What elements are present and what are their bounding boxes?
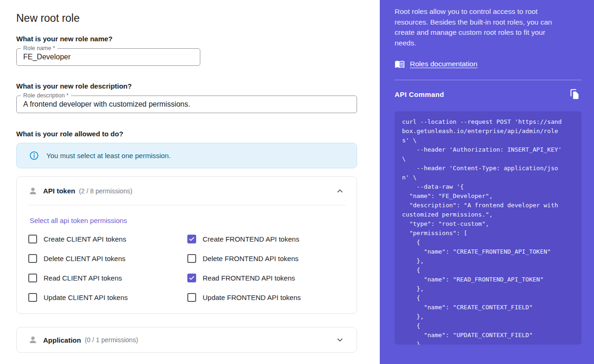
checkbox[interactable] <box>187 293 196 302</box>
root-roles-description: Root roles allow you to control access t… <box>395 6 575 48</box>
checkbox[interactable] <box>28 235 37 243</box>
accordion-permission-count: (0 / 1 permissions) <box>85 336 138 344</box>
accordion-title: Application <box>43 336 81 344</box>
permission-label: Create CLIENT API tokens <box>44 235 126 243</box>
api-token-accordion-header[interactable]: API token (2 / 8 permissions) <box>17 177 357 205</box>
checkbox[interactable] <box>187 254 196 263</box>
application-accordion: Application (0 / 1 permissions) <box>16 327 357 353</box>
chevron-down-icon[interactable] <box>334 334 345 345</box>
permission-label: Read FRONTEND API tokens <box>203 274 295 282</box>
copy-icon <box>568 88 581 100</box>
sidebar-divider <box>395 80 581 80</box>
role-name-field-label: Role name * <box>21 45 57 52</box>
permission-label: Create FRONTEND API tokens <box>203 235 299 243</box>
api-command-header: API Command <box>395 87 581 101</box>
checkbox[interactable] <box>187 274 196 282</box>
role-description-field-label: Role description * <box>21 92 71 100</box>
person-icon <box>28 186 38 196</box>
permission-row[interactable]: Update CLIENT API tokens <box>28 293 187 302</box>
alert-text: You must select at least one permission. <box>46 152 171 160</box>
accordion-permission-count: (2 / 8 permissions) <box>79 187 132 195</box>
roles-documentation-link[interactable]: Roles documentation <box>410 60 478 68</box>
role-description-field: Role description * <box>16 96 357 113</box>
person-icon <box>28 335 38 345</box>
info-sidebar: Root roles allow you to control access t… <box>380 0 594 364</box>
role-name-field: Role name * <box>16 48 200 66</box>
permission-label: Delete FRONTEND API tokens <box>203 255 299 262</box>
permission-row[interactable]: Create CLIENT API tokens <box>28 235 187 243</box>
role-name-question: What is your new role name? <box>16 35 113 43</box>
role-description-question: What is your new role description? <box>16 82 132 90</box>
permission-row[interactable]: Update FRONTEND API tokens <box>187 293 345 302</box>
api-token-accordion: API token (2 / 8 permissions) Select all… <box>16 176 357 314</box>
api-command-code-block: curl --location --request POST 'https://… <box>395 111 581 345</box>
accordion-divider <box>28 205 345 205</box>
curl-command-text: curl --location --request POST 'https://… <box>395 111 581 345</box>
permissions-info-alert: You must select at least one permission. <box>16 143 357 168</box>
permission-row[interactable]: Read FRONTEND API tokens <box>187 274 345 282</box>
role-permissions-question: What is your role allowed to do? <box>16 130 123 138</box>
info-icon <box>29 151 39 160</box>
accordion-title: API token <box>43 187 75 195</box>
copy-command-button[interactable] <box>568 87 581 101</box>
checkbox[interactable] <box>28 274 37 282</box>
docs-link-row: Roles documentation <box>395 59 478 69</box>
checkbox[interactable] <box>28 254 37 263</box>
permission-label: Delete CLIENT API tokens <box>44 255 125 262</box>
role-form-panel: New root role What is your new role name… <box>0 0 380 364</box>
api-command-title: API Command <box>395 90 444 98</box>
permission-row[interactable]: Read CLIENT API tokens <box>28 274 187 282</box>
permission-row[interactable]: Delete FRONTEND API tokens <box>187 254 345 263</box>
permissions-grid: Create CLIENT API tokens Create FRONTEND… <box>28 235 345 302</box>
new-root-role-screen: New root role What is your new role name… <box>0 0 594 364</box>
permission-row[interactable]: Create FRONTEND API tokens <box>187 235 345 243</box>
checkbox[interactable] <box>187 235 196 243</box>
permission-label: Read CLIENT API tokens <box>44 274 122 282</box>
application-accordion-header[interactable]: Application (0 / 1 permissions) <box>17 327 357 352</box>
page-title: New root role <box>16 12 80 25</box>
permission-label: Update FRONTEND API tokens <box>203 294 301 301</box>
select-all-api-token-permissions-link[interactable]: Select all api token permissions <box>30 217 127 224</box>
chevron-up-icon[interactable] <box>334 185 345 197</box>
book-icon <box>395 59 405 69</box>
permission-row[interactable]: Delete CLIENT API tokens <box>28 254 187 263</box>
permission-label: Update CLIENT API tokens <box>44 294 128 301</box>
checkbox[interactable] <box>28 293 37 302</box>
